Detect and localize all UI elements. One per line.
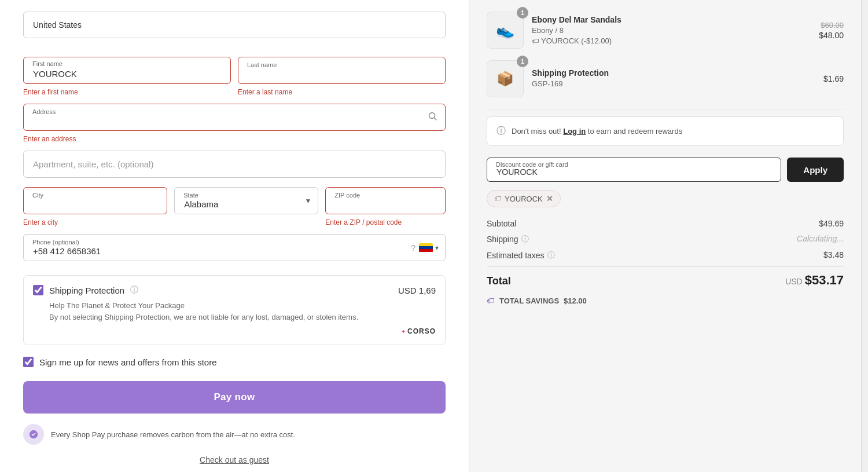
savings-tag-icon: 🏷 — [487, 296, 495, 305]
apartment-input[interactable] — [23, 151, 446, 178]
state-field: State Alabama Alaska Arizona ▼ — [174, 187, 318, 214]
guest-checkout-section: Check out as guest — [23, 455, 446, 464]
discount-input-wrap: Discount code or gift card — [487, 158, 781, 182]
first-name-error: Enter a first name — [23, 88, 78, 96]
item1-final-price: $48.00 — [819, 31, 844, 40]
address-error: Enter an address — [23, 135, 76, 143]
svg-line-1 — [435, 118, 437, 120]
corso-logo: CORSO — [407, 327, 436, 335]
rewards-text-after: to earn and redeem rewards — [588, 127, 682, 136]
shop-pay-icon — [23, 424, 44, 445]
sandal-icon: 👟 — [496, 21, 514, 39]
apartment-field — [23, 151, 446, 178]
city-label: City — [32, 192, 43, 199]
phone-input[interactable] — [23, 234, 446, 261]
item1-image: 👟 — [487, 12, 524, 49]
shipping-protection-label: Shipping Protection — [49, 286, 124, 295]
apply-button[interactable]: Apply — [787, 158, 844, 182]
savings-label: TOTAL SAVINGS — [499, 297, 559, 305]
country-input[interactable] — [23, 12, 446, 38]
discount-row: Discount code or gift card Apply — [487, 158, 844, 182]
state-label: State — [183, 192, 198, 199]
coupon-tag: 🏷 YOUROCK ✕ — [487, 190, 561, 207]
corso-star-icon: ✦ — [401, 328, 406, 335]
rewards-login-link[interactable]: Log in — [563, 127, 586, 136]
newsletter-section: Sign me up for news and offers from this… — [23, 357, 446, 367]
shipping-info-icon[interactable]: ⓘ — [521, 234, 529, 244]
item1-image-wrap: 👟 1 — [487, 12, 524, 49]
shipping-box-icon: 📦 — [496, 71, 514, 87]
subtotal-value: $49.69 — [819, 219, 844, 228]
item1-variant: Ebony / 8 — [532, 26, 811, 35]
shipping-label: Shipping — [487, 235, 518, 244]
last-name-field: Last name — [238, 57, 446, 84]
city-error: Enter a city — [23, 218, 58, 226]
total-value: USD$53.17 — [785, 273, 844, 288]
divider-1 — [487, 109, 844, 109]
taxes-label: Estimated taxes — [487, 251, 545, 260]
sp-desc-1: Help The Planet & Protect Your Package — [49, 300, 436, 312]
shipping-protection-info-icon[interactable]: ⓘ — [130, 285, 138, 295]
item2-details: Shipping Protection GSP-169 — [532, 68, 815, 90]
taxes-line: Estimated taxes ⓘ $3.48 — [487, 250, 844, 261]
phone-field: Phone (optional) ? ▾ — [23, 234, 446, 261]
coupon-code-label: YOUROCK — [505, 195, 543, 203]
guest-checkout-link[interactable]: Check out as guest — [200, 455, 269, 464]
venezuela-flag-icon — [419, 243, 433, 253]
shop-pay-notice: Every Shop Pay purchase removes carbon f… — [23, 424, 446, 445]
discount-label: Discount code or gift card — [496, 161, 568, 168]
item1-details: Ebony Del Mar Sandals Ebony / 8 🏷 YOUROC… — [532, 15, 811, 45]
last-name-error: Enter a last name — [238, 88, 292, 96]
total-line: Total USD$53.17 — [487, 266, 844, 288]
total-label: Total — [487, 275, 511, 287]
city-input[interactable] — [23, 187, 167, 214]
coupon-tag-icon: 🏷 — [494, 195, 501, 203]
item1-name: Ebony Del Mar Sandals — [532, 15, 811, 24]
subtotal-label: Subtotal — [487, 219, 516, 228]
coupon-remove-button[interactable]: ✕ — [546, 194, 553, 203]
item2-quantity-badge: 1 — [517, 56, 528, 67]
newsletter-checkbox[interactable] — [23, 357, 34, 367]
first-name-input[interactable] — [23, 57, 231, 84]
taxes-label-wrap: Estimated taxes ⓘ — [487, 250, 555, 261]
zip-label: ZIP code — [334, 192, 360, 199]
phone-label: Phone (optional) — [32, 239, 79, 246]
first-name-field: First name — [23, 57, 231, 84]
item2-price-col: $1.69 — [823, 74, 844, 83]
zip-field: ZIP code — [325, 187, 446, 214]
subtotal-line: Subtotal $49.69 — [487, 219, 844, 228]
total-amount: $53.17 — [805, 273, 844, 287]
shipping-label-wrap: Shipping ⓘ — [487, 234, 529, 244]
zip-error: Enter a ZIP / postal code — [325, 218, 402, 226]
newsletter-label: Sign me up for news and offers from this… — [39, 357, 217, 367]
order-item-2: 📦 1 Shipping Protection GSP-169 $1.69 — [487, 60, 844, 97]
taxes-info-icon[interactable]: ⓘ — [547, 250, 555, 261]
address-field: Address — [23, 104, 446, 131]
shipping-line: Shipping ⓘ Calculating... — [487, 234, 844, 244]
city-field: City — [23, 187, 167, 214]
scrollbar[interactable] — [861, 0, 868, 472]
rewards-notice: ⓘ Don't miss out! Log in to earn and red… — [487, 116, 844, 146]
item2-image: 📦 — [487, 60, 524, 97]
item2-image-wrap: 📦 1 — [487, 60, 524, 97]
savings-amount: $12.00 — [564, 297, 587, 305]
country-flag-button[interactable]: ▾ — [419, 243, 439, 253]
address-input[interactable] — [23, 104, 446, 131]
item1-original-price: $60.00 — [819, 21, 844, 30]
shipping-protection-checkbox[interactable] — [33, 285, 43, 295]
rewards-text-before: Don't miss out! — [512, 127, 561, 136]
address-label: Address — [32, 108, 56, 115]
phone-info-icon[interactable]: ? — [411, 243, 415, 253]
item1-discount: 🏷 YOUROCK (-$12.00) — [532, 36, 811, 45]
sp-desc-2: By not selecting Shipping Protection, we… — [49, 312, 436, 323]
pay-now-button[interactable]: Pay now — [23, 381, 446, 414]
flag-chevron-icon: ▾ — [435, 244, 439, 252]
taxes-value: $3.48 — [823, 250, 844, 261]
shipping-protection-section: Shipping Protection ⓘ USD 1,69 Help The … — [23, 275, 446, 345]
last-name-input[interactable] — [238, 57, 446, 84]
item1-price-col: $60.00 $48.00 — [819, 21, 844, 40]
total-currency: USD — [785, 277, 803, 286]
item1-quantity-badge: 1 — [517, 7, 528, 19]
order-item-1: 👟 1 Ebony Del Mar Sandals Ebony / 8 🏷 YO… — [487, 12, 844, 49]
item2-name: Shipping Protection — [532, 68, 815, 78]
